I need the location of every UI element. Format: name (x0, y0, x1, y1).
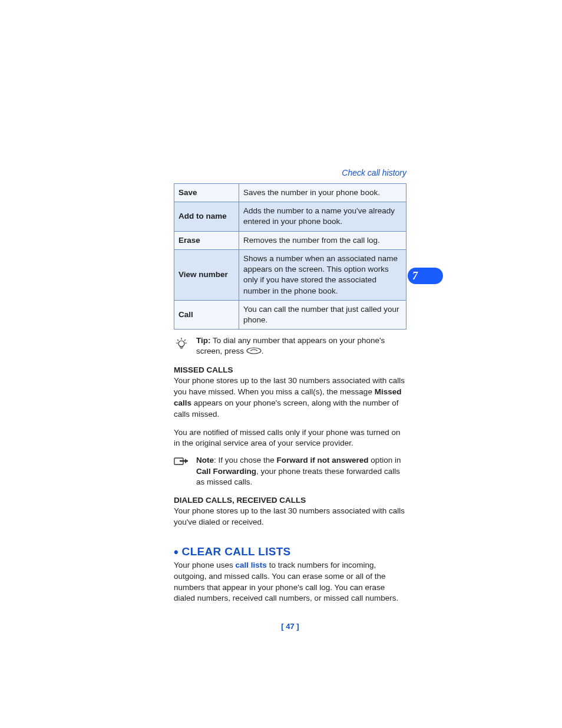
bullet-icon: • (174, 545, 178, 559)
dialed-heading: DIALED CALLS, RECEIVED CALLS (174, 496, 406, 505)
option-desc: You can call the number that just called… (239, 300, 406, 329)
option-desc: Adds the number to a name you've already… (239, 202, 406, 231)
svg-point-0 (178, 341, 184, 347)
tip-block: Tip: To dial any number that appears on … (174, 335, 406, 357)
option-label: Erase (174, 231, 239, 249)
tip-text: Tip: To dial any number that appears on … (196, 335, 406, 357)
tip-before: To dial any number that appears on your … (196, 336, 385, 355)
table-row: EraseRemoves the number from the call lo… (174, 231, 406, 249)
option-desc: Saves the number in your phone book. (239, 184, 406, 202)
clear-call-lists-title: • CLEAR CALL LISTS (174, 543, 406, 559)
svg-point-1 (247, 348, 261, 354)
clear-title-text: CLEAR CALL LISTS (182, 545, 291, 558)
talk-key-icon (246, 347, 262, 357)
tip-after: . (262, 347, 264, 355)
options-table: SaveSaves the number in your phone book.… (174, 183, 406, 330)
page-tab-number: 7 (412, 270, 418, 282)
table-row: Add to nameAdds the number to a name you… (174, 202, 406, 231)
option-desc: Shows a number when an associated name a… (239, 249, 406, 300)
clear-call-lists-p: Your phone uses call lists to track numb… (174, 560, 406, 605)
call-lists-link[interactable]: call lists (236, 561, 267, 569)
lightbulb-icon (174, 337, 190, 355)
page-tab: 7 (408, 268, 443, 284)
page-content: Check call history SaveSaves the number … (174, 168, 406, 631)
missed-calls-heading: MISSED CALLS (174, 365, 406, 374)
option-desc: Removes the number from the call log. (239, 231, 406, 249)
option-label: Call (174, 300, 239, 329)
option-label: View number (174, 249, 239, 300)
table-row: CallYou can call the number that just ca… (174, 300, 406, 329)
note-block: Note: If you chose the Forward if not an… (174, 455, 406, 487)
note-text: Note: If you chose the Forward if not an… (196, 455, 406, 487)
missed-calls-p1: Your phone stores up to the last 30 numb… (174, 375, 406, 420)
dialed-p: Your phone stores up to the last 30 numb… (174, 506, 406, 528)
option-label: Add to name (174, 202, 239, 231)
note-icon (174, 456, 190, 471)
missed-calls-p2: You are notified of missed calls only if… (174, 427, 406, 450)
tip-label: Tip: (196, 336, 211, 345)
table-row: View numberShows a number when an associ… (174, 249, 406, 300)
option-label: Save (174, 184, 239, 202)
table-row: SaveSaves the number in your phone book. (174, 184, 406, 202)
breadcrumb: Check call history (174, 168, 406, 177)
page-number: [ 47 ] (174, 622, 406, 631)
